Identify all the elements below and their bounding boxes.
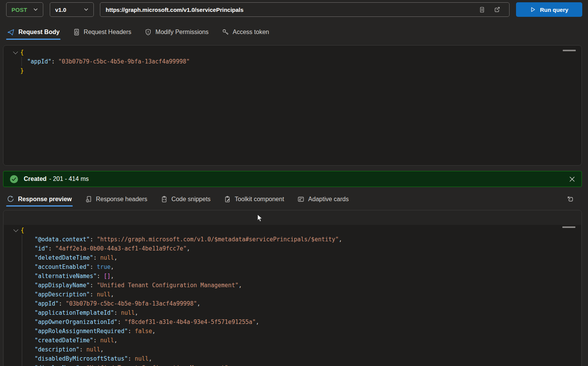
status-banner: Created - 201 - 414 ms	[3, 171, 582, 187]
indent-guide	[21, 57, 22, 66]
tab-label: Modify Permissions	[155, 29, 209, 36]
fold-gutter	[13, 308, 21, 317]
code-line: "applicationTemplateId": null,	[4, 308, 581, 317]
indent-guide	[22, 235, 22, 366]
code-line: "appDescription": null,	[4, 290, 581, 299]
code-line: "id": "4aff2e1a-0b00-44a3-acf1-4be11a9fc…	[4, 244, 581, 253]
status-title: Created	[24, 176, 47, 182]
request-body-editor[interactable]: { "appId": "03b07b79-c5bc-4b5e-9bfa-13ac…	[3, 45, 582, 166]
chevron-down-icon	[84, 8, 88, 11]
expand-response-icon[interactable]	[566, 195, 574, 203]
fold-gutter	[13, 253, 21, 262]
code-line: "appRoleAssignmentRequired": false,	[4, 327, 581, 336]
code-line: {	[3, 48, 581, 57]
fold-gutter	[13, 66, 20, 75]
code-line: "disabledByMicrosoftStatus": null,	[4, 354, 581, 363]
run-query-button[interactable]: Run query	[516, 2, 582, 17]
sample-queries-document-icon[interactable]	[479, 6, 485, 13]
fold-gutter	[13, 262, 21, 272]
response-preview-panel: { "@odata.context": "https://graph.micro…	[3, 210, 582, 366]
tab-label: Access token	[233, 29, 269, 36]
code-line: "@odata.context": "https://graph.microso…	[4, 235, 581, 244]
tab-response-preview[interactable]: Response preview	[6, 192, 73, 207]
send-icon	[7, 28, 15, 36]
response-preview-editor[interactable]: { "@odata.context": "https://graph.micro…	[4, 225, 581, 366]
url-input[interactable]	[105, 6, 479, 13]
request-body-code: { "appId": "03b07b79-c5bc-4b5e-9bfa-13ac…	[3, 46, 581, 75]
code-line: "appId": "03b07b79-c5bc-4b5e-9bfa-13acf4…	[3, 57, 581, 66]
document-arrow-icon	[85, 195, 93, 203]
chevron-down-icon	[33, 8, 38, 11]
api-version-select[interactable]: v1.0	[50, 2, 94, 17]
fold-gutter	[13, 345, 21, 354]
tab-access-token[interactable]: Access token	[221, 24, 270, 40]
close-icon[interactable]	[569, 176, 575, 182]
code-line: "appOwnerOrganizationId": "f8cdef31-a31e…	[4, 317, 581, 327]
api-version-value: v1.0	[55, 7, 66, 13]
fold-gutter	[13, 290, 21, 299]
fold-gutter	[13, 336, 21, 345]
url-input-container	[100, 2, 510, 17]
tab-request-headers[interactable]: Request Headers	[72, 24, 132, 40]
play-icon	[530, 7, 536, 13]
fold-gutter	[13, 281, 21, 290]
tab-toolkit-component[interactable]: Toolkit component	[223, 192, 285, 207]
fold-chevron-icon[interactable]	[13, 48, 20, 57]
minimap-slider[interactable]	[562, 226, 575, 228]
response-tabs: Response preview Response headers Code s…	[6, 192, 350, 207]
key-icon	[222, 28, 229, 36]
http-method-select[interactable]: POST	[6, 2, 43, 17]
code-line: "accountEnabled": true,	[4, 262, 581, 272]
fold-gutter	[13, 299, 21, 308]
fold-gutter	[13, 57, 20, 66]
http-method-value: POST	[11, 7, 27, 13]
response-preview-code: { "@odata.context": "https://graph.micro…	[4, 225, 581, 366]
minimap-slider[interactable]	[563, 50, 576, 51]
code-line: "deletedDateTime": null,	[4, 253, 581, 262]
code-line: "createdDateTime": null,	[4, 336, 581, 345]
tab-label: Request Body	[18, 29, 60, 36]
run-query-label: Run query	[540, 7, 568, 13]
check-circle-icon	[10, 175, 18, 184]
fold-chevron-icon[interactable]	[13, 226, 21, 235]
tab-request-body[interactable]: Request Body	[6, 24, 60, 40]
response-preview-icon	[7, 195, 15, 203]
tab-label: Adaptive cards	[308, 196, 349, 203]
adaptive-cards-icon	[297, 195, 305, 203]
tab-label: Toolkit component	[235, 196, 284, 203]
code-line: {	[4, 226, 581, 235]
request-tabs: Request Body Request Headers Modify Perm…	[6, 24, 270, 40]
code-line: "displayName": "Unified Tenant Configura…	[4, 363, 581, 366]
document-icon	[73, 28, 80, 36]
tab-adaptive-cards[interactable]: Adaptive cards	[296, 192, 350, 207]
fold-gutter	[13, 354, 21, 363]
tab-modify-permissions[interactable]: Modify Permissions	[144, 24, 209, 40]
tab-label: Response headers	[96, 196, 147, 203]
code-line: }	[3, 66, 581, 75]
fold-gutter	[13, 235, 21, 244]
share-query-icon[interactable]	[493, 6, 501, 13]
code-line: "description": null,	[4, 345, 581, 354]
tab-label: Request Headers	[84, 29, 132, 36]
code-line: "appId": "03b07b79-c5bc-4b5e-9bfa-13acf4…	[4, 299, 581, 308]
tab-label: Code snippets	[172, 196, 211, 203]
code-snippets-icon	[160, 195, 168, 203]
code-line: "appDisplayName": "Unified Tenant Config…	[4, 281, 581, 290]
tab-label: Response preview	[18, 196, 72, 203]
code-line: "alternativeNames": [],	[4, 272, 581, 281]
fold-gutter	[13, 363, 21, 366]
fold-gutter	[13, 244, 21, 253]
fold-gutter	[13, 272, 21, 281]
toolkit-component-icon	[224, 195, 231, 203]
tab-code-snippets[interactable]: Code snippets	[160, 192, 211, 207]
fold-gutter	[13, 327, 21, 336]
tab-response-headers[interactable]: Response headers	[84, 192, 148, 207]
fold-gutter	[13, 317, 21, 327]
shield-icon	[144, 28, 152, 36]
status-detail: - 201 - 414 ms	[49, 176, 89, 182]
